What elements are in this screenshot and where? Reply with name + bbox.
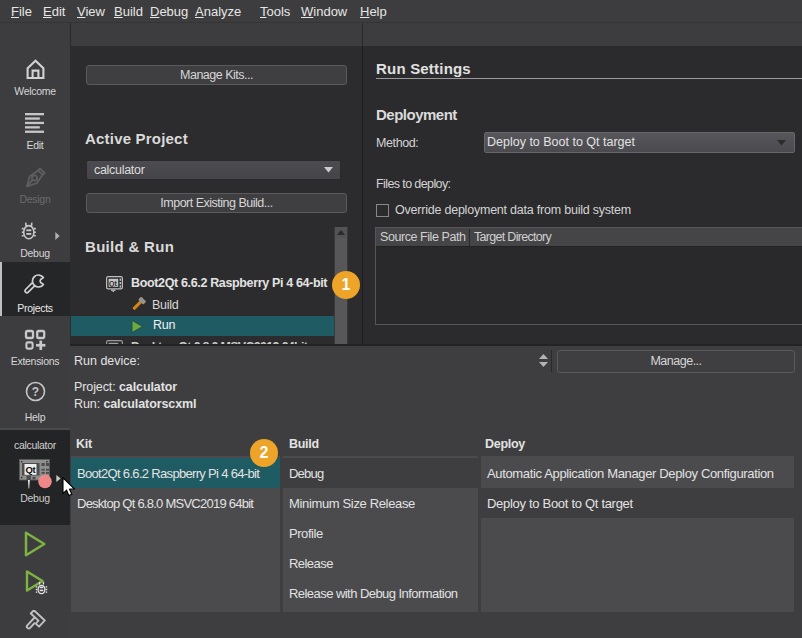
svg-text:?: ? bbox=[32, 385, 39, 399]
svg-text:Qt: Qt bbox=[109, 280, 117, 288]
svg-text:Qt: Qt bbox=[26, 464, 37, 475]
